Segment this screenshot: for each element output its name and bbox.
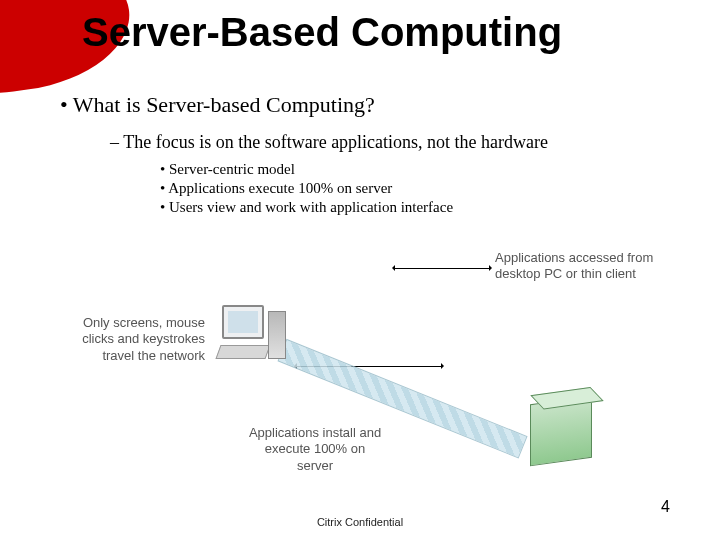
arrow-double-top <box>393 268 491 269</box>
footer-text: Citrix Confidential <box>0 516 720 528</box>
bullet-l1: What is Server-based Computing? <box>60 92 680 118</box>
server-box-icon <box>530 396 592 467</box>
keyboard-icon <box>215 345 270 359</box>
caption-top: Applications accessed from desktop PC or… <box>495 250 660 283</box>
server-icon <box>530 400 592 462</box>
slide-title: Server-Based Computing <box>82 10 562 55</box>
diagram-area: Applications accessed from desktop PC or… <box>60 250 680 480</box>
page-number: 4 <box>661 498 670 516</box>
bullet-l3c: Users view and work with application int… <box>160 199 680 216</box>
bullet-l2: The focus is on the software application… <box>110 132 680 153</box>
bullet-content: What is Server-based Computing? The focu… <box>60 92 680 218</box>
monitor-icon <box>222 305 264 339</box>
bullet-l3b: Applications execute 100% on server <box>160 180 680 197</box>
client-pc-icon <box>208 305 286 365</box>
tower-icon <box>268 311 286 359</box>
caption-left: Only screens, mouse clicks and keystroke… <box>60 315 205 364</box>
caption-bottom: Applications install and execute 100% on… <box>245 425 385 474</box>
bullet-l3a: Server-centric model <box>160 161 680 178</box>
